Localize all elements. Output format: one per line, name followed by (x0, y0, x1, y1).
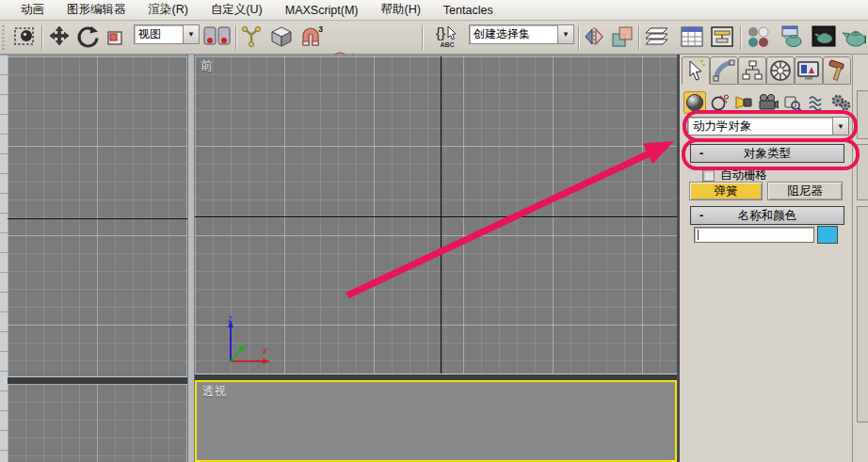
category-helpers[interactable] (781, 91, 804, 114)
tab-hierarchy[interactable] (738, 56, 766, 85)
toolbar-separator (41, 25, 43, 50)
select-and-scale-icon[interactable] (104, 24, 128, 49)
object-name-input[interactable] (694, 227, 814, 243)
window-left-edge (0, 55, 8, 462)
rollout-object-type-title: 对象类型 (712, 146, 844, 162)
rollout-collapse-icon[interactable]: - (691, 147, 712, 160)
edit-named-selection-sets-icon[interactable]: {} ABC (427, 24, 467, 51)
menu-maxscript[interactable]: MAXScript(M) (274, 2, 370, 19)
tab-motion[interactable] (766, 56, 795, 85)
grid-origin-line (8, 218, 187, 219)
menu-animation[interactable]: 动画 (9, 0, 56, 20)
viewport-splitter-vertical[interactable] (187, 55, 195, 462)
grid-origin-line-vertical (441, 56, 442, 374)
rollout-stub (857, 90, 868, 139)
subcategory-dropdown[interactable]: 动力学对象 ▼ (687, 117, 849, 135)
chevron-down-icon[interactable]: ▼ (832, 118, 848, 135)
rollout-name-color-title: 名称和颜色 (712, 208, 844, 224)
viewport-front-label[interactable]: 前 (201, 58, 213, 74)
viewport-perspective-label[interactable]: 透视 (202, 384, 226, 400)
abc-label: ABC (440, 40, 454, 50)
rendered-frame-window-icon[interactable] (812, 24, 836, 49)
menu-bar: 动画 图形编辑器 渲染(R) 自定义(U) MAXScript(M) 帮助(H)… (0, 0, 868, 21)
category-cameras[interactable] (757, 91, 780, 114)
viewport-left-bottom[interactable] (8, 384, 187, 462)
chevron-down-icon[interactable]: ▼ (557, 25, 573, 43)
viewport-front[interactable]: 前 z x (195, 56, 677, 374)
viewport-left[interactable] (8, 56, 187, 376)
damper-button-label: 阻尼器 (787, 183, 823, 199)
viewport-perspective[interactable]: 透视 (195, 380, 677, 462)
braces-glyph: {} (436, 28, 445, 38)
spring-button[interactable]: 弹簧 (689, 182, 763, 200)
command-panel-tabs (682, 56, 853, 86)
subcategory-dropdown-value: 动力学对象 (688, 119, 832, 135)
tripod-z-label: z (228, 313, 233, 324)
render-setup-icon[interactable] (780, 24, 804, 49)
viewport-splitter-horizontal-left[interactable] (8, 376, 187, 384)
menu-graph-editors[interactable]: 图形编辑器 (56, 0, 137, 20)
toolbar-separator (740, 25, 742, 50)
menu-tentacles[interactable]: Tentacles (432, 2, 505, 19)
render-production-icon[interactable] (842, 24, 866, 49)
category-systems[interactable] (830, 91, 853, 114)
rollout-collapse-icon[interactable]: - (691, 209, 712, 222)
curve-editor-icon[interactable] (680, 24, 704, 49)
main-toolbar: 视图 ▼ 3 % {} ABC 创建选择集 ▼ (0, 21, 868, 55)
schematic-view-icon[interactable] (710, 24, 734, 49)
tripod-x-label: x (263, 345, 267, 356)
toolbar-drag-handle[interactable] (2, 25, 5, 50)
select-and-manipulate-icon[interactable] (239, 24, 264, 49)
keyboard-shortcut-override-icon[interactable] (269, 24, 294, 49)
material-editor-icon[interactable] (746, 24, 770, 49)
menu-customize[interactable]: 自定义(U) (200, 0, 274, 20)
spring-button-label: 弹簧 (715, 183, 738, 199)
select-and-move-icon[interactable] (47, 24, 72, 49)
named-selection-set-value: 创建选择集 (470, 26, 557, 42)
tab-utilities[interactable] (823, 56, 851, 85)
object-color-swatch[interactable] (817, 226, 838, 244)
rollout-object-type[interactable]: - 对象类型 (690, 144, 844, 163)
align-icon[interactable] (610, 24, 635, 49)
viewport-splitter-horizontal-center[interactable] (195, 374, 677, 380)
toolbar-separator (422, 25, 424, 50)
named-selection-set-dropdown[interactable]: 创建选择集 ▼ (469, 24, 574, 44)
rollout-stub (857, 206, 868, 422)
command-panel: 动力学对象 ▼ - 对象类型 自动栅格 弹簧 阻尼器 - 名称和颜色 (680, 55, 868, 462)
snaps-toggle-icon[interactable]: 3 (298, 24, 323, 49)
snap-3d-label: 3 (318, 24, 323, 34)
create-category-row (683, 90, 859, 115)
rollout-name-color[interactable]: - 名称和颜色 (690, 206, 844, 225)
grid-origin-line-horizontal (195, 216, 677, 217)
autogrid-checkbox[interactable] (702, 169, 715, 182)
chevron-down-icon[interactable]: ▼ (183, 25, 199, 43)
damper-button[interactable]: 阻尼器 (767, 182, 843, 200)
rollout-stub (857, 144, 868, 200)
toolbar-separator (235, 25, 237, 50)
use-pivot-point-center-icon[interactable] (203, 24, 232, 51)
toolbar-separator (638, 25, 640, 50)
axis-tripod: z x (210, 312, 276, 374)
menu-help[interactable]: 帮助(H) (370, 0, 432, 20)
category-geometry[interactable] (683, 91, 706, 114)
panel-second-column (852, 55, 868, 462)
mirror-icon[interactable] (582, 24, 606, 49)
rectangular-selection-region-icon[interactable] (12, 24, 37, 49)
tab-modify[interactable] (710, 56, 738, 85)
reference-coordinate-dropdown[interactable]: 视图 ▼ (134, 24, 200, 44)
layer-manager-icon[interactable] (644, 24, 668, 49)
toolbar-separator (578, 25, 580, 50)
tab-display[interactable] (795, 56, 823, 85)
category-lights[interactable] (732, 91, 755, 114)
category-shapes[interactable] (708, 91, 731, 114)
category-space-warps[interactable] (806, 91, 828, 114)
tab-create[interactable] (682, 56, 710, 85)
reference-coordinate-value: 视图 (135, 26, 183, 42)
menu-rendering[interactable]: 渲染(R) (137, 0, 200, 20)
select-and-rotate-icon[interactable] (75, 24, 100, 49)
